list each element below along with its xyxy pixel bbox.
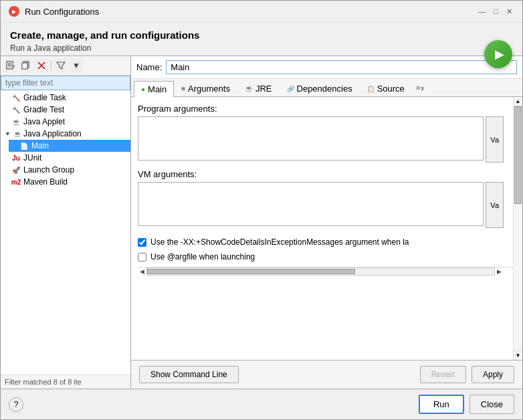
horizontal-scroll-track[interactable] [146,268,495,276]
scroll-track [514,106,522,350]
header: Create, manage, and run configurations R… [1,23,522,56]
filter-button[interactable] [54,58,68,73]
configuration-tree: 🔨 Gradle Task 🔨 Gradle Test ☕ Java Apple… [1,90,130,375]
scroll-left-arrow[interactable]: ◀ [138,268,146,275]
tree-item-java-applet[interactable]: ☕ Java Applet [1,116,130,128]
name-row: Name: [131,56,522,79]
run-configurations-window: Run Configurations — □ ✕ Create, manage,… [0,0,523,420]
tree-item-launch-group[interactable]: 🚀 Launch Group [1,164,130,176]
footer: ? Run Close [1,389,522,419]
vm-arguments-container: Va [138,182,504,228]
name-label: Name: [136,62,162,72]
expand-arrow: ▼ [5,130,11,137]
tab-arguments[interactable]: ≡ Arguments [174,80,237,96]
tab-main[interactable]: ● Main [134,81,174,97]
tree-item-maven-build[interactable]: m2 Maven Build [1,176,130,188]
tab-inner-content: Program arguments: Va VM arguments: Va [138,104,516,264]
help-button[interactable]: ? [9,397,23,412]
play-icon: ▶ [495,56,504,62]
header-title: Create, manage, and run configurations [10,29,513,41]
tab-dependencies[interactable]: 🔗 Dependencies [280,80,360,96]
run-button[interactable]: Run [419,395,464,414]
tree-item-gradle-task[interactable]: 🔨 Gradle Task [1,92,130,104]
scroll-right-arrow[interactable]: ▶ [495,268,504,275]
tab-main-label: Main [148,84,167,94]
name-input[interactable] [166,60,517,74]
scroll-down-arrow[interactable]: ▼ [514,350,522,360]
footer-right: Run Close [419,395,514,414]
scroll-thumb [514,106,522,204]
vertical-scrollbar[interactable]: ▲ ▼ [513,97,522,360]
filter-input[interactable]: type filter text [1,76,130,90]
tree-item-label: Java Application [23,129,82,138]
vm-arguments-label: VM arguments: [138,169,504,179]
java-application-icon: ☕ [13,129,22,138]
close-window-button[interactable]: ✕ [504,6,514,17]
duplicate-button[interactable] [19,58,33,73]
maven-build-icon: m2 [11,177,21,187]
left-panel: ▼ type filter text 🔨 Gradle Task 🔨 Gradl… [1,56,131,389]
tree-item-junit[interactable]: Ju JUnit [1,152,130,164]
tab-content-arguments: ▲ ▼ Program arguments: Va [131,97,522,360]
run-play-area: ▶ [484,56,512,68]
va-button-vm[interactable]: Va [486,182,504,228]
gradle-task-icon: 🔨 [11,93,21,102]
tree-item-label: JUnit [23,153,41,163]
program-arguments-section: Program arguments: Va [138,104,504,163]
use-argfile-checkbox[interactable] [138,253,146,261]
filter-options-button[interactable]: ▼ [69,58,84,73]
tab-jre[interactable]: ☕ JRE [237,80,280,96]
delete-button[interactable] [34,58,49,73]
show-code-details-checkbox[interactable] [138,238,146,247]
tab-overflow[interactable]: »₃ [412,80,428,95]
tree-item-label: Java Applet [23,117,65,126]
checkbox-2-label: Use @argfile when launching [150,252,255,261]
show-command-line-button[interactable]: Show Command Line [139,366,239,383]
checkbox-1-label: Use the -XX:+ShowCodeDetailsInExceptionM… [150,237,409,247]
tree-item-main[interactable]: 📄 Main [9,140,130,152]
checkbox-row-2: Use @argfile when launching [138,249,504,264]
bottom-bar: Show Command Line Revert Apply [131,360,522,389]
program-arguments-container: Va [138,116,504,163]
gradle-test-icon: 🔨 [11,105,21,114]
maximize-button[interactable]: □ [490,6,501,17]
vm-arguments-section: VM arguments: Va [138,169,504,228]
right-panel: ▶ Name: ● Main ≡ Arguments ☕ [131,56,522,389]
tab-jre-label: JRE [255,84,272,94]
run-icon [9,6,19,17]
tree-item-label: Main [31,141,49,150]
tree-item-gradle-test[interactable]: 🔨 Gradle Test [1,104,130,116]
checkbox-row-1: Use the -XX:+ShowCodeDetailsInExceptionM… [138,235,504,249]
new-config-button[interactable] [3,58,18,73]
tree-group-java-application: ▼ ☕ Java Application 📄 Main [1,128,130,152]
tab-arguments-icon: ≡ [181,85,185,92]
tab-source-icon: 📋 [367,86,375,92]
junit-icon: Ju [11,153,21,163]
tab-jre-icon: ☕ [245,85,253,92]
launch-group-icon: 🚀 [11,165,21,175]
tree-item-label: Maven Build [23,177,68,187]
va-button-program[interactable]: Va [486,116,504,163]
minimize-button[interactable]: — [477,6,488,17]
tree-item-label: Gradle Test [23,105,64,114]
apply-button[interactable]: Apply [472,366,514,383]
program-arguments-input[interactable] [138,116,484,161]
close-button[interactable]: Close [469,395,514,414]
svg-marker-10 [57,62,65,69]
run-play-button[interactable]: ▶ [484,56,512,68]
tab-arguments-label: Arguments [188,84,230,94]
java-applet-icon: ☕ [11,117,21,126]
scroll-up-arrow[interactable]: ▲ [514,97,522,106]
tab-dependencies-icon: 🔗 [287,86,294,92]
revert-button[interactable]: Revert [420,366,466,383]
main-config-icon: 📄 [19,141,29,150]
title-bar-controls: — □ ✕ [477,6,514,17]
toolbar-separator [51,60,51,71]
window-title: Run Configurations [25,7,99,17]
tab-source[interactable]: 📋 Source [360,80,412,96]
title-bar: Run Configurations — □ ✕ [1,1,522,23]
vm-arguments-input[interactable] [138,182,484,226]
tabs-bar: ● Main ≡ Arguments ☕ JRE 🔗 Dependencies … [131,79,522,97]
header-subtitle: Run a Java application [10,43,513,53]
java-application-group-header[interactable]: ▼ ☕ Java Application [1,128,130,140]
